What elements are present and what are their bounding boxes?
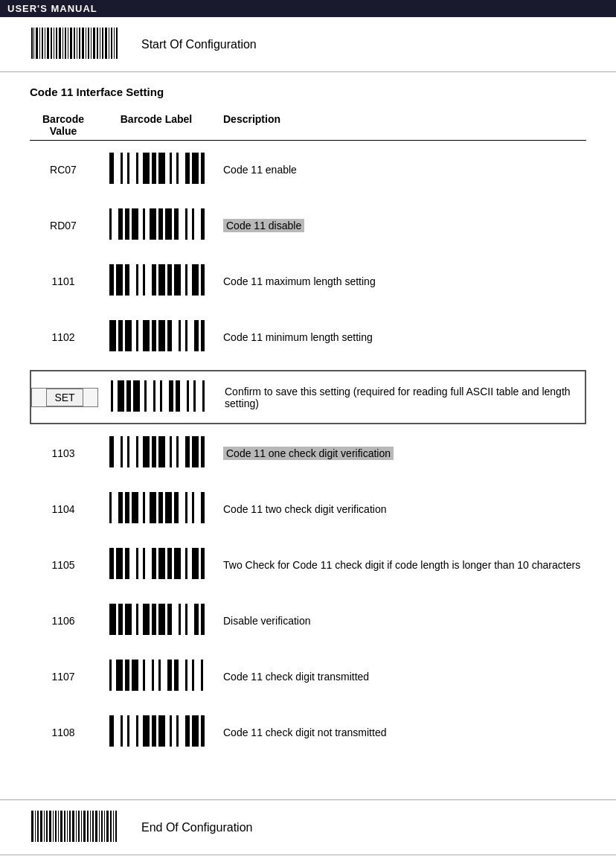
svg-rect-8 <box>51 28 52 59</box>
svg-rect-56 <box>174 208 179 240</box>
svg-rect-99 <box>160 380 162 412</box>
row-desc-2: Code 11 maximum length setting <box>216 275 586 287</box>
svg-rect-176 <box>174 660 179 691</box>
svg-rect-147 <box>185 548 187 579</box>
svg-rect-43 <box>192 153 199 184</box>
svg-rect-205 <box>53 811 54 842</box>
svg-rect-216 <box>83 811 86 842</box>
svg-rect-164 <box>201 604 205 635</box>
table-row: 1101Code 11 maximum length setting <box>30 255 586 307</box>
svg-rect-138 <box>109 548 114 579</box>
svg-rect-188 <box>152 715 156 747</box>
svg-rect-26 <box>102 28 103 59</box>
row-value-10: 1108 <box>30 727 97 738</box>
svg-rect-193 <box>192 715 199 747</box>
svg-rect-194 <box>201 715 205 747</box>
svg-rect-175 <box>167 660 172 691</box>
table-row: 1106Disable verification <box>30 595 586 646</box>
svg-rect-78 <box>109 320 116 351</box>
svg-rect-2 <box>33 28 34 59</box>
svg-rect-144 <box>158 548 165 579</box>
svg-rect-15 <box>70 28 72 59</box>
svg-rect-212 <box>72 811 74 842</box>
footer: 52 Handy Wireless Scanner <box>0 855 616 859</box>
svg-rect-207 <box>58 811 59 842</box>
config-end-label: End Of Configuration <box>141 821 252 834</box>
svg-rect-34 <box>121 153 123 184</box>
row-value-0: RC07 <box>30 164 97 176</box>
svg-rect-21 <box>88 28 89 59</box>
svg-rect-114 <box>158 436 165 467</box>
svg-rect-97 <box>144 380 147 412</box>
svg-rect-38 <box>152 153 156 184</box>
section-title: Code 11 Interface Setting <box>30 86 586 98</box>
svg-rect-72 <box>185 264 187 296</box>
config-end-barcode <box>30 808 119 847</box>
svg-rect-39 <box>158 153 165 184</box>
manual-title: USER'S MANUAL <box>7 3 97 14</box>
svg-rect-125 <box>125 492 129 523</box>
svg-rect-145 <box>167 548 172 579</box>
svg-rect-133 <box>192 492 194 523</box>
svg-rect-68 <box>152 264 156 296</box>
row-desc-8: Disable verification <box>216 615 586 627</box>
svg-rect-9 <box>54 28 54 59</box>
svg-rect-86 <box>179 320 181 351</box>
svg-rect-210 <box>67 811 68 842</box>
svg-rect-200 <box>37 811 39 842</box>
svg-rect-17 <box>77 28 77 59</box>
svg-rect-109 <box>121 436 123 467</box>
svg-rect-33 <box>109 153 114 184</box>
svg-rect-74 <box>201 264 205 296</box>
svg-rect-101 <box>176 380 180 412</box>
svg-rect-204 <box>49 811 51 842</box>
svg-rect-183 <box>109 715 114 747</box>
row-desc-5: Code 11 one check digit verification <box>216 447 586 459</box>
svg-rect-191 <box>176 715 179 747</box>
svg-rect-223 <box>104 811 105 842</box>
svg-rect-30 <box>114 28 115 59</box>
row-value-1: RD07 <box>30 220 97 231</box>
svg-rect-100 <box>169 380 173 412</box>
svg-rect-131 <box>174 492 179 523</box>
row-value-8: 1106 <box>30 615 97 627</box>
svg-rect-29 <box>111 28 112 59</box>
svg-rect-157 <box>143 604 150 635</box>
svg-rect-50 <box>125 208 129 240</box>
svg-rect-127 <box>143 492 145 523</box>
svg-rect-111 <box>136 436 138 467</box>
svg-rect-41 <box>176 153 179 184</box>
svg-rect-199 <box>35 811 36 842</box>
row-barcode-2 <box>97 261 216 301</box>
svg-rect-153 <box>109 604 116 635</box>
svg-rect-141 <box>136 548 138 579</box>
svg-rect-158 <box>152 604 156 635</box>
svg-rect-55 <box>165 208 172 240</box>
svg-rect-23 <box>93 28 95 59</box>
table-row: RC07Code 11 enable <box>30 144 586 195</box>
table-row: RD07Code 11 disable <box>30 199 586 251</box>
svg-rect-96 <box>133 380 140 412</box>
table-row: 1107Code 11 check digit transmitted <box>30 651 586 702</box>
svg-rect-169 <box>116 660 123 691</box>
svg-rect-154 <box>118 604 123 635</box>
page-content: Code 11 Interface Setting BarcodeValue B… <box>0 72 616 777</box>
svg-rect-208 <box>60 811 62 842</box>
svg-rect-6 <box>45 28 45 59</box>
svg-rect-112 <box>143 436 150 467</box>
svg-rect-65 <box>125 264 129 296</box>
svg-rect-128 <box>150 492 156 523</box>
svg-rect-123 <box>109 492 112 523</box>
svg-rect-66 <box>136 264 138 296</box>
svg-rect-218 <box>90 811 91 842</box>
svg-rect-211 <box>69 811 71 842</box>
start-barcode-svg <box>30 25 119 62</box>
svg-rect-149 <box>201 548 205 579</box>
svg-rect-81 <box>136 320 138 351</box>
svg-rect-95 <box>126 380 131 412</box>
svg-rect-159 <box>158 604 165 635</box>
svg-rect-148 <box>192 548 199 579</box>
svg-rect-104 <box>202 380 205 412</box>
svg-rect-115 <box>170 436 172 467</box>
svg-rect-4 <box>39 28 40 59</box>
